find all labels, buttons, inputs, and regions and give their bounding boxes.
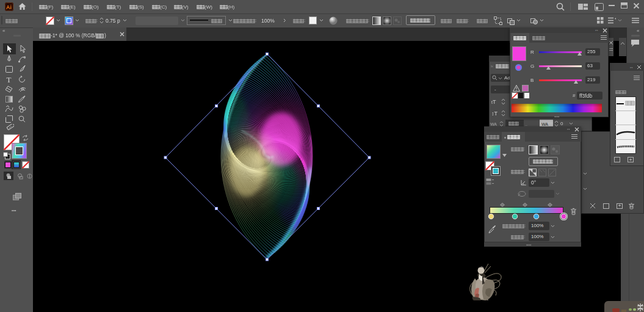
svg-text:T: T — [7, 76, 12, 83]
svg-text:Ai: Ai — [6, 4, 12, 10]
